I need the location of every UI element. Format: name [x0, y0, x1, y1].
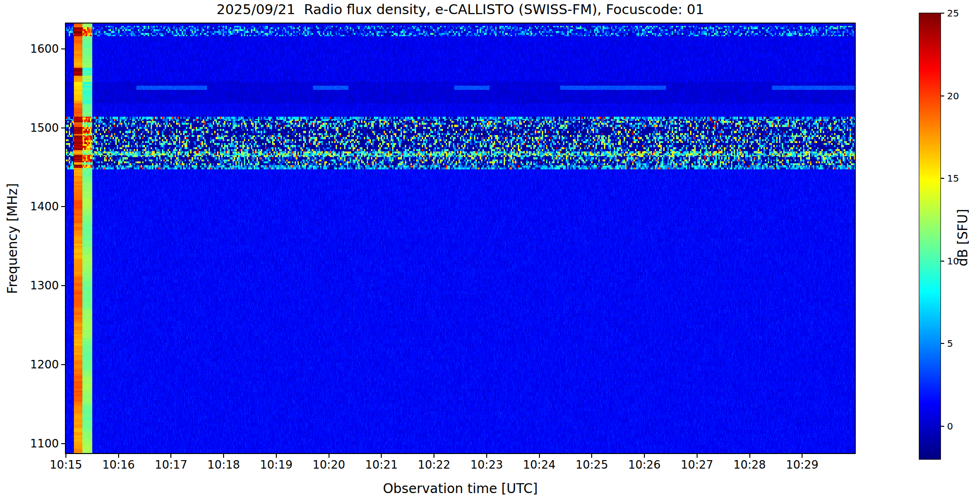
- y-tick-label: 1500: [14, 121, 59, 135]
- spectrogram-canvas: [66, 24, 855, 453]
- colorbar-tick-label: 20: [947, 90, 975, 102]
- x-tick-label: 10:19: [248, 458, 305, 471]
- x-axis-label: Observation time [UTC]: [65, 481, 855, 496]
- y-tick-label: 1200: [14, 358, 59, 371]
- colorbar-tick-label: 15: [947, 173, 975, 184]
- x-tick-label: 10:27: [669, 458, 725, 471]
- x-tick-label: 10:18: [195, 458, 252, 471]
- y-tick-mark: [61, 48, 65, 49]
- y-tick-label: 1300: [14, 279, 59, 292]
- x-tick-mark: [223, 454, 224, 458]
- x-tick-label: 10:16: [90, 458, 147, 471]
- colorbar-tick-mark: [941, 13, 944, 14]
- colorbar-tick-label: 5: [947, 338, 975, 349]
- x-tick-mark: [65, 454, 66, 458]
- x-tick-mark: [591, 454, 592, 458]
- x-tick-label: 10:21: [353, 458, 410, 471]
- colorbar-tick-label: 10: [947, 255, 975, 267]
- x-tick-mark: [170, 454, 171, 458]
- x-tick-label: 10:22: [406, 458, 462, 471]
- x-tick-mark: [697, 454, 698, 458]
- x-tick-mark: [381, 454, 382, 458]
- y-tick-mark: [61, 285, 65, 286]
- x-tick-label: 10:24: [511, 458, 568, 471]
- y-tick-label: 1100: [14, 437, 59, 450]
- x-tick-mark: [539, 454, 540, 458]
- colorbar-tick-mark: [941, 96, 944, 96]
- x-tick-label: 10:28: [722, 458, 778, 471]
- colorbar-tick-mark: [941, 343, 944, 344]
- colorbar-canvas: [919, 13, 940, 459]
- colorbar-label: dB [SFU]: [955, 162, 971, 313]
- colorbar: [919, 13, 941, 460]
- y-axis-label: Frequency [MHz]: [5, 147, 21, 330]
- colorbar-tick-mark: [941, 426, 944, 427]
- y-tick-label: 1400: [14, 200, 59, 213]
- x-tick-label: 10:23: [458, 458, 515, 471]
- x-tick-mark: [434, 454, 434, 458]
- x-tick-mark: [118, 454, 119, 458]
- x-tick-mark: [802, 454, 803, 458]
- y-tick-mark: [61, 364, 65, 365]
- x-tick-mark: [749, 454, 750, 458]
- x-tick-mark: [276, 454, 277, 458]
- plot-area: [65, 23, 856, 454]
- plot-title: 2025/09/21 Radio flux density, e-CALLIST…: [65, 1, 855, 17]
- figure: 2025/09/21 Radio flux density, e-CALLIST…: [0, 0, 980, 502]
- x-tick-label: 10:25: [563, 458, 620, 471]
- x-tick-label: 10:20: [301, 458, 357, 471]
- x-tick-mark: [486, 454, 487, 458]
- y-tick-mark: [61, 206, 65, 207]
- x-tick-mark: [644, 454, 645, 458]
- colorbar-tick-mark: [941, 261, 944, 262]
- y-tick-mark: [61, 127, 65, 128]
- y-tick-mark: [61, 443, 65, 444]
- x-tick-mark: [329, 454, 329, 458]
- y-tick-label: 1600: [14, 42, 59, 56]
- colorbar-tick-label: 25: [947, 8, 975, 19]
- x-tick-label: 10:29: [774, 458, 830, 471]
- x-tick-label: 10:15: [38, 458, 94, 471]
- x-tick-label: 10:17: [143, 458, 199, 471]
- x-tick-label: 10:26: [616, 458, 673, 471]
- colorbar-tick-label: 0: [947, 421, 975, 432]
- colorbar-tick-mark: [941, 178, 944, 179]
